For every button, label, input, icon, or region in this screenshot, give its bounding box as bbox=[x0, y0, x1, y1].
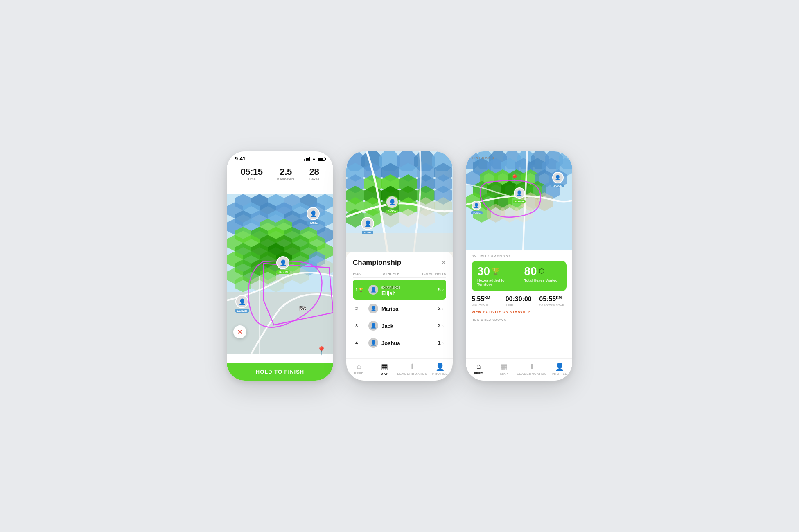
elijah-avatar-row: 👤 bbox=[368, 285, 378, 295]
profile-icon-2: 👤 bbox=[436, 362, 445, 371]
svg-rect-100 bbox=[346, 233, 453, 252]
nav-feed-2[interactable]: ⌂ FEED bbox=[346, 362, 372, 376]
nav-profile-label-2: PROFILE bbox=[432, 372, 448, 376]
stat-time-label: Time bbox=[241, 177, 263, 181]
nav-leaderboards-label-3: LEADERNCARDS bbox=[517, 372, 547, 376]
time-label: Time bbox=[506, 303, 533, 307]
stat-km-value: 2.5 bbox=[277, 167, 295, 177]
nav-profile-2[interactable]: 👤 PROFILE bbox=[427, 362, 453, 376]
trophy-icon-3: 🏆 bbox=[492, 268, 500, 275]
rosie-avatar-marker: 👤 ROSIE bbox=[307, 207, 320, 225]
main-pin-icon: 📍 bbox=[510, 174, 519, 183]
card-divider bbox=[519, 266, 519, 286]
close-button[interactable]: ✕ bbox=[441, 259, 446, 266]
elijah-name: Elijah bbox=[381, 290, 438, 296]
stat-km: 2.5 Kilometers bbox=[277, 167, 295, 181]
jack-visits: 2 bbox=[438, 323, 441, 329]
nav-profile-label-3: PROFILE bbox=[552, 372, 567, 376]
stat-hexes: 28 Hexes bbox=[309, 167, 320, 181]
leaderboard-row-3[interactable]: 3 👤 Jack 2 › bbox=[353, 318, 446, 334]
hex-breakdown-title: HEX BREAKDOWN bbox=[472, 318, 567, 322]
jason-avatar-marker: 👤 JASON bbox=[276, 256, 290, 274]
joshua-avatar-row: 👤 bbox=[368, 338, 378, 348]
champion-label: Champion bbox=[381, 286, 400, 289]
hold-to-finish-button[interactable]: HOLD TO FINISH bbox=[227, 363, 333, 381]
rosie-avatar-2: 👤 ROSIE bbox=[361, 217, 374, 234]
location-pin-1: 🏁 bbox=[298, 305, 307, 313]
screens-container: 9:41 ▲ 05:15 Time 2.5 bbox=[202, 127, 597, 405]
jason-circle-2: 👤 bbox=[386, 196, 399, 209]
pace-label: Average Pace bbox=[539, 303, 567, 307]
nav-feed-3[interactable]: ⌂ FEED bbox=[466, 362, 491, 376]
pace-metric: 05:55KM Average Pace bbox=[539, 295, 567, 307]
marisa-name-wrapper: Marisa bbox=[381, 306, 438, 312]
nav-leaderboards-3[interactable]: ⬆ LEADERNCARDS bbox=[517, 362, 547, 376]
championship-title: Championship bbox=[353, 259, 401, 267]
status-time-1: 9:41 bbox=[235, 156, 246, 162]
nav-map-label-2: MAP bbox=[381, 372, 388, 376]
nav-profile-3[interactable]: 👤 PROFILE bbox=[547, 362, 572, 376]
rosie-label: ROSIE bbox=[307, 221, 320, 225]
status-icons-1: ▲ bbox=[304, 156, 325, 161]
home-icon-2: ⌂ bbox=[357, 362, 361, 371]
location-pin-2: 📍 bbox=[316, 347, 327, 355]
rosie-circle-3: 👤 bbox=[472, 201, 481, 210]
stat-hexes-label: Hexes bbox=[309, 177, 320, 181]
jack-name-wrapper: Jack bbox=[381, 323, 438, 329]
profile-icon-3: 👤 bbox=[555, 362, 564, 371]
pos-2: 2 bbox=[355, 306, 365, 311]
strava-arrow-icon: ↗ bbox=[527, 310, 531, 314]
hexes-added-stat: 30 🏆 Hexes added to Territory bbox=[477, 266, 514, 286]
total-hexes-label: Total Hexes Visited bbox=[524, 278, 561, 282]
pin-icon: 📍 bbox=[316, 347, 327, 355]
jason-label-3: JASON bbox=[551, 184, 564, 187]
leaderboard-row-2[interactable]: 2 👤 Marisa 3 › bbox=[353, 300, 446, 317]
stat-hexes-value: 28 bbox=[309, 167, 320, 177]
stat-time: 05:15 Time bbox=[241, 167, 263, 181]
holborn-label: HOLBORN bbox=[472, 156, 494, 160]
rosie-avatar: 👤 bbox=[307, 207, 320, 220]
leaderboard-row-1[interactable]: 1 🏆 👤 Champion Elijah 5 › bbox=[353, 280, 446, 300]
pos-header: Pos bbox=[353, 272, 361, 276]
jason-label: JASON bbox=[276, 270, 290, 274]
visits-header: Total Visits bbox=[422, 272, 446, 276]
nav-leaderboards-2[interactable]: ⬆ LEADERBOARDS bbox=[397, 362, 427, 376]
jack-avatar-row: 👤 bbox=[368, 321, 378, 331]
stats-bar-1: 05:15 Time 2.5 Kilometers 28 Hexes bbox=[227, 163, 333, 185]
hex-icon-3: ⬡ bbox=[539, 268, 544, 275]
leaderboard-row-4[interactable]: 4 👤 Joshua 1 › bbox=[353, 335, 446, 351]
activity-section: ACTIVITY SUMMARY 30 🏆 Hexes added to Ter… bbox=[466, 250, 572, 358]
rosie-person: 👤 bbox=[307, 208, 319, 219]
pos-4: 4 bbox=[355, 340, 365, 345]
leaderboard-icon-2: ⬆ bbox=[409, 362, 415, 371]
joshua-name: Joshua bbox=[381, 340, 438, 346]
bottom-nav-2: ⌂ FEED ▦ MAP ⬆ LEADERBOARDS 👤 PROFILE bbox=[346, 358, 453, 381]
leaderboard-icon-3: ⬆ bbox=[529, 362, 535, 371]
pos-1: 1 🏆 bbox=[355, 287, 365, 292]
rosie-label-3: ROSIE bbox=[471, 211, 483, 214]
hexes-added-label: Hexes added to Territory bbox=[477, 278, 514, 286]
cancel-button[interactable]: ✕ bbox=[233, 325, 246, 338]
elijah-label-3: ELIJAH bbox=[513, 200, 526, 203]
joshua-visits: 1 bbox=[438, 340, 441, 346]
chevron-icon-3: › bbox=[442, 324, 444, 328]
status-bar-1: 9:41 ▲ bbox=[227, 151, 333, 163]
strava-link[interactable]: VIEW ACTIVITY ON STRAVA ↗ bbox=[472, 310, 567, 314]
nav-map-2[interactable]: ▦ MAP bbox=[372, 362, 397, 376]
chevron-icon-2: › bbox=[442, 307, 444, 311]
nav-map-3[interactable]: ▦ MAP bbox=[491, 362, 517, 376]
elijah-avatar-3: 👤 ELIJAH bbox=[513, 187, 526, 203]
flag-icon: 🏁 bbox=[298, 305, 307, 313]
metrics-row: 5.55KM Distance 00:30:00 Time 05:55KM Av… bbox=[472, 295, 567, 307]
stat-time-value: 05:15 bbox=[241, 167, 263, 177]
jason-avatar: 👤 bbox=[276, 256, 289, 269]
elijah-person: 👤 bbox=[236, 296, 248, 307]
stat-km-label: Kilometers bbox=[277, 177, 295, 181]
hexes-added-num: 30 🏆 bbox=[477, 266, 514, 277]
elijah-label: ELIJAH bbox=[235, 309, 249, 313]
signal-icon bbox=[304, 157, 310, 161]
joshua-name-wrapper: Joshua bbox=[381, 340, 438, 346]
jason-label-2: JASON bbox=[386, 210, 399, 213]
time-metric: 00:30:00 Time bbox=[506, 295, 533, 307]
map-area-1: 👤 JASON 👤 ROSIE 👤 ELIJAH bbox=[227, 185, 333, 363]
